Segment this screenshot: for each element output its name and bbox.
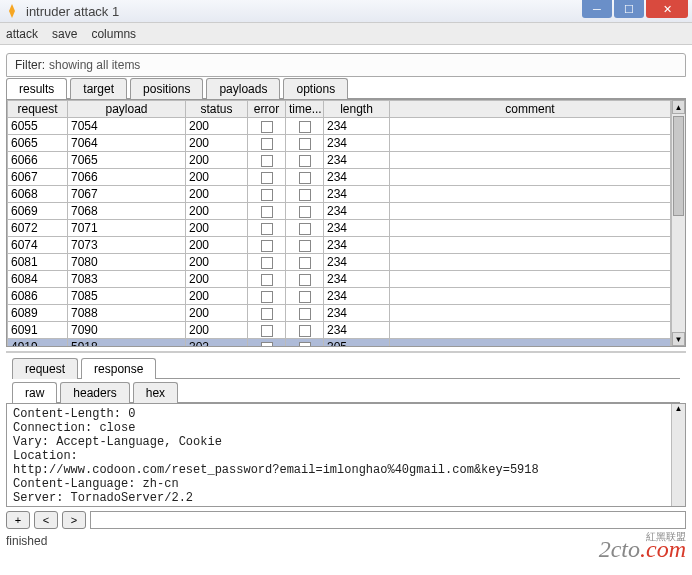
filter-label: Filter:	[15, 58, 45, 72]
raw-scrollbar[interactable]: ▲	[671, 404, 685, 506]
checkbox-icon[interactable]	[261, 342, 273, 346]
cell-time	[286, 322, 324, 339]
cell-time	[286, 169, 324, 186]
menubar: attack save columns	[0, 23, 692, 45]
checkbox-icon[interactable]	[299, 172, 311, 184]
checkbox-icon[interactable]	[261, 291, 273, 303]
tab-payloads[interactable]: payloads	[206, 78, 280, 99]
scroll-thumb[interactable]	[673, 116, 684, 216]
cell-request: 6055	[8, 118, 68, 135]
checkbox-icon[interactable]	[299, 325, 311, 337]
cell-payload: 7090	[68, 322, 186, 339]
checkbox-icon[interactable]	[261, 223, 273, 235]
cell-comment	[390, 305, 671, 322]
checkbox-icon[interactable]	[299, 121, 311, 133]
cell-status: 200	[186, 152, 248, 169]
resp-tab-raw[interactable]: raw	[12, 382, 57, 403]
cell-status: 200	[186, 220, 248, 237]
checkbox-icon[interactable]	[261, 189, 273, 201]
close-button[interactable]: ✕	[646, 0, 688, 18]
resp-tab-hex[interactable]: hex	[133, 382, 178, 403]
cell-length: 234	[324, 288, 390, 305]
resp-tab-headers[interactable]: headers	[60, 382, 129, 403]
minimize-button[interactable]: ─	[582, 0, 612, 18]
tab-positions[interactable]: positions	[130, 78, 203, 99]
cell-length: 234	[324, 322, 390, 339]
col-error[interactable]: error	[248, 101, 286, 118]
tab-target[interactable]: target	[70, 78, 127, 99]
checkbox-icon[interactable]	[299, 291, 311, 303]
col-payload[interactable]: payload	[68, 101, 186, 118]
maximize-button[interactable]: ☐	[614, 0, 644, 18]
checkbox-icon[interactable]	[299, 138, 311, 150]
cell-comment	[390, 203, 671, 220]
add-button[interactable]: +	[6, 511, 30, 529]
header-row: request payload status error time... len…	[8, 101, 671, 118]
col-time[interactable]: time...	[286, 101, 324, 118]
checkbox-icon[interactable]	[299, 257, 311, 269]
cell-payload: 7071	[68, 220, 186, 237]
checkbox-icon[interactable]	[261, 274, 273, 286]
table-row[interactable]: 60677066200234	[8, 169, 671, 186]
cell-status: 302	[186, 339, 248, 347]
menu-columns[interactable]: columns	[91, 27, 136, 41]
table-row[interactable]: 60867085200234	[8, 288, 671, 305]
cell-time	[286, 135, 324, 152]
checkbox-icon[interactable]	[261, 325, 273, 337]
scroll-down-icon[interactable]: ▼	[672, 332, 685, 346]
search-input[interactable]	[90, 511, 686, 529]
table-row[interactable]: 60817080200234	[8, 254, 671, 271]
cell-payload: 7068	[68, 203, 186, 220]
checkbox-icon[interactable]	[299, 240, 311, 252]
col-comment[interactable]: comment	[390, 101, 671, 118]
checkbox-icon[interactable]	[261, 257, 273, 269]
col-request[interactable]: request	[8, 101, 68, 118]
tab-options[interactable]: options	[283, 78, 348, 99]
table-row[interactable]: 60917090200234	[8, 322, 671, 339]
checkbox-icon[interactable]	[299, 308, 311, 320]
detail-tab-request[interactable]: request	[12, 358, 78, 379]
checkbox-icon[interactable]	[261, 308, 273, 320]
col-status[interactable]: status	[186, 101, 248, 118]
table-row[interactable]: 60657064200234	[8, 135, 671, 152]
table-scrollbar[interactable]: ▲ ▼	[671, 100, 685, 346]
table-row[interactable]: 60747073200234	[8, 237, 671, 254]
raw-response-text[interactable]: Content-Length: 0 Connection: close Vary…	[7, 404, 671, 506]
cell-payload: 7067	[68, 186, 186, 203]
table-row[interactable]: 49195918302305	[8, 339, 671, 347]
menu-attack[interactable]: attack	[6, 27, 38, 41]
checkbox-icon[interactable]	[299, 189, 311, 201]
cell-time	[286, 203, 324, 220]
search-row: + < >	[6, 511, 686, 529]
checkbox-icon[interactable]	[261, 240, 273, 252]
next-button[interactable]: >	[62, 511, 86, 529]
table-row[interactable]: 60557054200234	[8, 118, 671, 135]
table-row[interactable]: 60847083200234	[8, 271, 671, 288]
table-row[interactable]: 60687067200234	[8, 186, 671, 203]
table-row[interactable]: 60897088200234	[8, 305, 671, 322]
table-row[interactable]: 60727071200234	[8, 220, 671, 237]
checkbox-icon[interactable]	[261, 121, 273, 133]
detail-tab-response[interactable]: response	[81, 358, 156, 379]
filter-bar[interactable]: Filter: showing all items	[6, 53, 686, 77]
checkbox-icon[interactable]	[261, 206, 273, 218]
checkbox-icon[interactable]	[261, 155, 273, 167]
prev-button[interactable]: <	[34, 511, 58, 529]
checkbox-icon[interactable]	[299, 223, 311, 235]
cell-length: 234	[324, 169, 390, 186]
checkbox-icon[interactable]	[299, 342, 311, 346]
checkbox-icon[interactable]	[261, 138, 273, 150]
menu-save[interactable]: save	[52, 27, 77, 41]
checkbox-icon[interactable]	[299, 155, 311, 167]
checkbox-icon[interactable]	[261, 172, 273, 184]
cell-error	[248, 220, 286, 237]
checkbox-icon[interactable]	[299, 274, 311, 286]
table-row[interactable]: 60667065200234	[8, 152, 671, 169]
tab-results[interactable]: results	[6, 78, 67, 99]
col-length[interactable]: length	[324, 101, 390, 118]
table-row[interactable]: 60697068200234	[8, 203, 671, 220]
checkbox-icon[interactable]	[299, 206, 311, 218]
scroll-up-icon[interactable]: ▲	[672, 100, 685, 114]
scroll-up-icon[interactable]: ▲	[672, 404, 685, 418]
filter-value: showing all items	[49, 58, 140, 72]
